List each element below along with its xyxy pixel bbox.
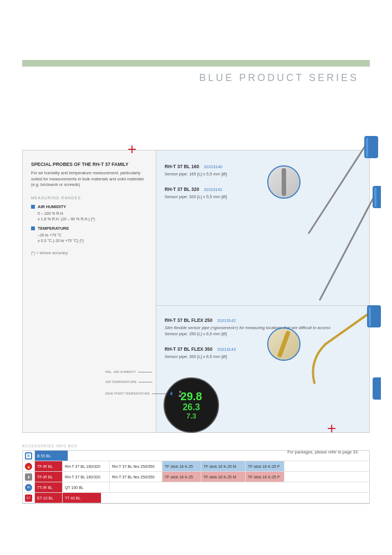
label-line-2 xyxy=(139,382,152,382)
water-icon xyxy=(168,390,175,397)
svg-line-4 xyxy=(320,189,378,300)
acc-cell-rht160: RH-T 37 BL 160/320 xyxy=(63,461,110,471)
measuring-ranges-title: MEASURING RANGES xyxy=(31,196,147,200)
label-line-3 xyxy=(152,393,166,394)
display-reading-temp: 26.3 xyxy=(182,402,200,412)
svg-rect-6 xyxy=(374,188,376,207)
temperature-label: TEMPERATURE xyxy=(31,226,147,231)
accessories-section: B B 55 BL 🔥 TF-IR BL RH-T 37 BL 160/320 … xyxy=(22,450,370,504)
top-bar xyxy=(22,60,370,67)
temperature-range: TEMPERATURE –20 to +70 °C ± 0.3 °C (-10 … xyxy=(31,226,147,244)
svg-rect-9 xyxy=(373,377,381,400)
acc-cell-b55bl: B 55 BL xyxy=(35,451,68,461)
accessories-box: ACCESSORIES INFO BOX B B 55 BL 🔥 TF-IR B… xyxy=(22,444,370,504)
acc-cell-tfstickp1: TF stick 16 K-25 P xyxy=(246,461,284,471)
display-reading-humidity: 29.8 xyxy=(181,390,202,402)
display-reading-dew: 7.3 xyxy=(186,412,196,420)
svg-rect-5 xyxy=(373,186,381,208)
acc-cell-tt40: TT 40 BL xyxy=(63,493,101,503)
acc-row-3: 🌡 TF-IR BL RH-T 37 BL 160/320 RH-T 37 BL… xyxy=(23,472,369,482)
acc-row-5: ET ET 10 BL TT 40 BL xyxy=(23,493,369,503)
acc-cell-rhtflex2: RH-T 37 BL flex 250/350 xyxy=(110,472,162,482)
acc-icon-ir: IR xyxy=(25,484,32,491)
acc-cell-tfstickm1: TF stick 16 K-25 M xyxy=(201,461,246,471)
series-title: BLUE PRODUCT SERIES xyxy=(199,72,359,84)
humidity-values: 0 – 100 % R.H. ± 1.8 % R.H. (10 – 90 % R… xyxy=(31,211,147,223)
family-description: For air humidity and temperature measure… xyxy=(31,170,147,188)
humidity-label: AIR HUMIDITY xyxy=(31,204,147,209)
acc-row-4: IR TT-IR BL QT 100 BL xyxy=(23,482,369,493)
label-line-1 xyxy=(138,372,152,372)
circle-detail-top xyxy=(267,165,301,199)
humidity-bullet xyxy=(31,205,35,209)
acc-row-1: B B 55 BL xyxy=(23,451,369,461)
product-code-0: 31013140 xyxy=(204,164,222,169)
accessories-title: ACCESSORIES INFO BOX xyxy=(22,444,370,448)
acc-cell-qt100: QT 100 BL xyxy=(63,482,110,492)
product-name-1: RH-T 37 BL 320 xyxy=(165,186,199,192)
acc-cell-tfstick1: TF stick 16 K-25 xyxy=(162,461,201,471)
label-temp: AIR TEMPERATURE xyxy=(105,380,184,384)
product-code-2: 31013142 xyxy=(217,318,236,323)
acc-icon-b: B xyxy=(25,452,32,460)
circle-detail-bottom xyxy=(267,327,301,361)
footnote: (*) = sensor accuracy xyxy=(31,251,147,255)
product-name-2: RH-T 37 BL FLEX 250 xyxy=(165,317,212,323)
acc-row-2: 🔥 TF-IR BL RH-T 37 BL 160/320 RH-T 37 BL… xyxy=(23,461,369,472)
acc-icon-et: ET xyxy=(25,495,32,502)
acc-icon-thermo: 🌡 xyxy=(25,473,32,481)
product-name-3: RH-T 37 BL FLEX 350 xyxy=(165,346,212,352)
plus-icon-top: + xyxy=(128,142,136,157)
acc-cell-tfstickp2: TF stick 16 K-25 P xyxy=(246,472,284,482)
svg-line-1 xyxy=(309,139,370,233)
person-icon xyxy=(177,390,184,397)
acc-icon-fire: 🔥 xyxy=(25,463,32,470)
acc-cell-rht160-2: RH-T 37 BL 160/320 xyxy=(63,472,110,482)
acc-cell-tfstickm2: TF stick 16 K-25 M xyxy=(201,472,246,482)
display-labels-container: REL. AIR HUMIDITY AIR TEMPERATURE DEW PO… xyxy=(105,370,184,397)
product-code-1: 31013141 xyxy=(204,187,222,192)
acc-cell-tfir2: TF-IR BL xyxy=(35,472,63,482)
product-name-0: RH-T 37 BL 160 xyxy=(165,164,199,169)
acc-cell-ttir: TT-IR BL xyxy=(35,482,63,492)
acc-cell-rhtflex1: RH-T 37 BL flex 250/350 xyxy=(110,461,162,471)
acc-cell-et10: ET 10 BL xyxy=(35,493,63,503)
acc-cell-tfir1: TF-IR BL xyxy=(35,461,63,471)
label-humidity: REL. AIR HUMIDITY xyxy=(105,370,184,374)
svg-rect-3 xyxy=(366,138,368,157)
humidity-range: AIR HUMIDITY 0 – 100 % R.H. ± 1.8 % R.H.… xyxy=(31,204,147,223)
probe-illustrations xyxy=(292,133,381,444)
svg-point-0 xyxy=(179,391,181,393)
product-code-3: 31013143 xyxy=(217,347,236,352)
svg-rect-8 xyxy=(369,307,371,326)
family-title: SPECIAL PROBES OF THE RH-T 37 FAMILY xyxy=(31,162,147,167)
label-dew: DEW POINT TEMPERATURE xyxy=(105,390,184,397)
plus-icon-bottom: + xyxy=(327,421,336,436)
temperature-values: –20 to +70 °C ± 0.3 °C (-10 to +70 °C) (… xyxy=(31,233,147,244)
temperature-bullet xyxy=(31,226,35,230)
acc-cell-tfstick2: TF stick 16 K-25 xyxy=(162,472,201,482)
